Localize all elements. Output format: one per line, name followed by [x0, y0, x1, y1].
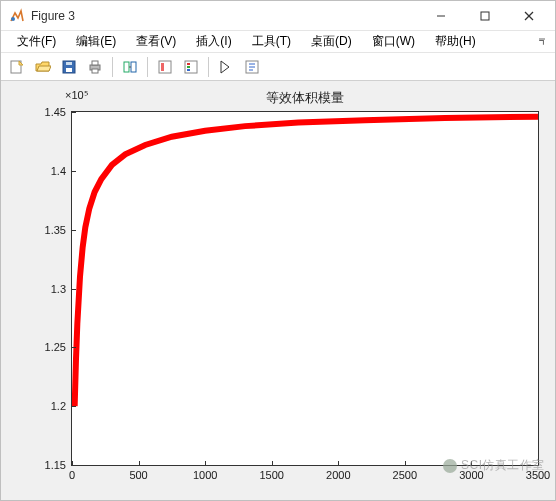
menu-view[interactable]: 查看(V) [126, 31, 186, 52]
menu-help[interactable]: 帮助(H) [425, 31, 486, 52]
svg-rect-14 [131, 62, 136, 72]
x-tick-mark [338, 461, 339, 466]
svg-rect-16 [159, 61, 171, 73]
x-tick-mark [272, 461, 273, 466]
axes[interactable]: 1.151.21.251.31.351.41.45050010001500200… [71, 111, 539, 466]
menu-window[interactable]: 窗口(W) [362, 31, 425, 52]
y-tick-label: 1.45 [22, 106, 72, 118]
menu-file[interactable]: 文件(F) [7, 31, 66, 52]
x-tick-label: 1000 [193, 465, 217, 481]
x-tick-label: 0 [69, 465, 75, 481]
x-tick-mark [72, 461, 73, 466]
menu-tools[interactable]: 工具(T) [242, 31, 301, 52]
y-tick-mark [71, 171, 76, 172]
menubar: 文件(F) 编辑(E) 查看(V) 插入(I) 工具(T) 桌面(D) 窗口(W… [1, 31, 555, 53]
x-tick-mark [405, 461, 406, 466]
window-title: Figure 3 [31, 9, 419, 23]
insert-text-button[interactable] [240, 55, 264, 79]
chart-title: 等效体积模量 [71, 89, 539, 107]
y-exponent-label: ×10⁵ [65, 89, 88, 102]
y-tick-mark [71, 347, 76, 348]
titlebar: Figure 3 [1, 1, 555, 31]
x-tick-mark [139, 461, 140, 466]
open-button[interactable] [31, 55, 55, 79]
plot-line [72, 112, 538, 465]
toolbar [1, 53, 555, 81]
minimize-button[interactable] [419, 2, 463, 30]
svg-rect-11 [92, 61, 98, 65]
data-cursor-button[interactable] [153, 55, 177, 79]
toolbar-separator [112, 57, 113, 77]
edit-plot-button[interactable] [214, 55, 238, 79]
x-tick-label: 2500 [393, 465, 417, 481]
svg-rect-2 [481, 12, 489, 20]
chart-area: 等效体积模量 ×10⁵ 1.151.21.251.31.351.41.45050… [1, 81, 555, 500]
y-tick-label: 1.4 [22, 165, 72, 177]
menu-overflow-button[interactable] [533, 33, 551, 51]
x-tick-label: 3000 [459, 465, 483, 481]
svg-rect-9 [66, 62, 72, 65]
x-tick-label: 2000 [326, 465, 350, 481]
svg-rect-13 [124, 62, 129, 72]
x-tick-mark [471, 461, 472, 466]
y-tick-mark [71, 289, 76, 290]
svg-rect-17 [161, 63, 164, 71]
x-tick-label: 3500 [526, 465, 550, 481]
x-tick-mark [538, 461, 539, 466]
maximize-button[interactable] [463, 2, 507, 30]
save-button[interactable] [57, 55, 81, 79]
figure-window: Figure 3 文件(F) 编辑(E) 查看(V) 插入(I) 工具(T) 桌… [0, 0, 556, 501]
y-tick-mark [71, 230, 76, 231]
menu-insert[interactable]: 插入(I) [186, 31, 241, 52]
y-tick-label: 1.15 [22, 459, 72, 471]
x-tick-label: 1500 [259, 465, 283, 481]
y-tick-label: 1.35 [22, 224, 72, 236]
y-tick-label: 1.3 [22, 283, 72, 295]
toolbar-separator [208, 57, 209, 77]
menu-edit[interactable]: 编辑(E) [66, 31, 126, 52]
new-figure-button[interactable] [5, 55, 29, 79]
y-tick-mark [71, 406, 76, 407]
y-tick-mark [71, 112, 76, 113]
legend-button[interactable] [179, 55, 203, 79]
y-tick-label: 1.25 [22, 341, 72, 353]
series-line [75, 117, 538, 406]
matlab-app-icon [9, 8, 25, 24]
svg-rect-18 [185, 61, 197, 73]
svg-point-0 [11, 17, 15, 21]
y-tick-label: 1.2 [22, 400, 72, 412]
link-axes-button[interactable] [118, 55, 142, 79]
svg-rect-8 [66, 68, 72, 72]
x-tick-label: 500 [129, 465, 147, 481]
x-tick-mark [205, 461, 206, 466]
menu-desktop[interactable]: 桌面(D) [301, 31, 362, 52]
svg-rect-12 [92, 69, 98, 73]
print-button[interactable] [83, 55, 107, 79]
toolbar-separator [147, 57, 148, 77]
close-button[interactable] [507, 2, 551, 30]
